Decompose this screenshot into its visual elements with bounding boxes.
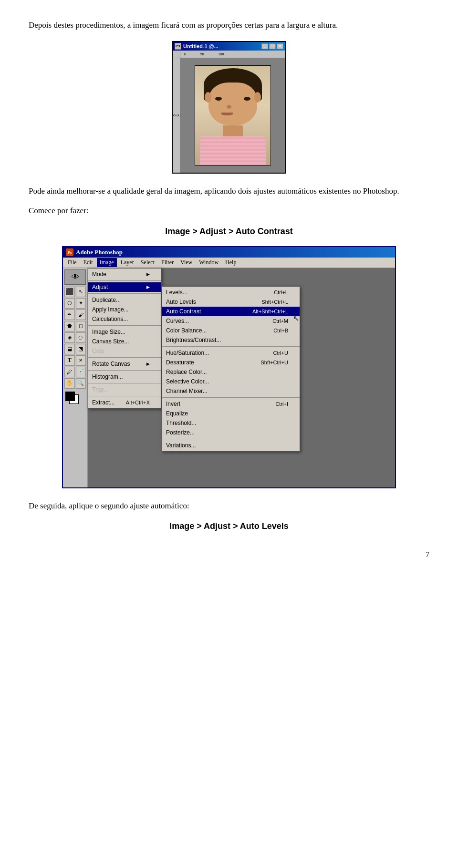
maximize-button[interactable]: □ bbox=[269, 43, 276, 49]
tool-pair-1: ⬛ ↖ bbox=[64, 287, 86, 297]
ps-window: Ps Untitled-1 @... _ □ × 0 50 100 0 bbox=[172, 41, 286, 174]
submenu-desaturate[interactable]: Desaturate Shft+Ctrl+U bbox=[162, 358, 300, 367]
photo-shirt bbox=[200, 136, 266, 165]
tool-magic-wand[interactable]: ✦ bbox=[76, 298, 86, 309]
menu-item-apply-image[interactable]: Apply Image... bbox=[88, 305, 161, 314]
tool-move[interactable]: ↖ bbox=[76, 287, 86, 297]
submenu-channel-mixer[interactable]: Channel Mixer... bbox=[162, 386, 300, 396]
tool-notes[interactable]: 🖊 bbox=[64, 367, 75, 377]
menu-item-rotate-canvas[interactable]: Rotate Canvas ▶ bbox=[88, 359, 161, 369]
photo-eye-left bbox=[215, 97, 222, 101]
submenu-posterize[interactable]: Posterize... bbox=[162, 428, 300, 437]
menu-image[interactable]: Image bbox=[97, 258, 117, 267]
command2-text: Image > Adjust > Auto Levels bbox=[29, 521, 429, 531]
tool-hand[interactable]: ✋ bbox=[64, 378, 75, 389]
tool-brush[interactable]: 🖌 bbox=[76, 310, 86, 320]
tool-eyedropper[interactable]: 💉 bbox=[76, 367, 86, 377]
submenu-auto-contrast[interactable]: Auto Contrast Alt+Shft+Ctrl+L bbox=[162, 307, 300, 316]
menu-select[interactable]: Select bbox=[138, 258, 157, 267]
minimize-button[interactable]: _ bbox=[261, 43, 268, 49]
tool-measure[interactable]: ✕ bbox=[76, 355, 86, 366]
separator-1 bbox=[88, 280, 161, 281]
menu-layer[interactable]: Layer bbox=[118, 258, 137, 267]
tool-pair-7: T ✕ bbox=[64, 355, 86, 366]
intro-paragraph: Depois destes procedimentos, a imagem fi… bbox=[29, 19, 429, 31]
menu-edit[interactable]: Edit bbox=[81, 258, 96, 267]
menu-item-adjust[interactable]: Adjust ▶ bbox=[88, 282, 161, 292]
tool-zoom[interactable]: 🔍 bbox=[76, 378, 86, 389]
ruler-left-0: 0 bbox=[173, 114, 176, 116]
submenu-curves[interactable]: Curves... Ctrl+M bbox=[162, 316, 300, 326]
menu-view[interactable]: View bbox=[177, 258, 195, 267]
submenu-threshold[interactable]: Threshold... bbox=[162, 418, 300, 428]
menu-item-extract[interactable]: Extract... Alt+Ctrl+X bbox=[88, 398, 161, 407]
photo-container: Ps Untitled-1 @... _ □ × 0 50 100 0 bbox=[29, 41, 429, 174]
photo-face bbox=[208, 83, 257, 125]
submenu-hue-saturation[interactable]: Hue/Saturation... Ctrl+U bbox=[162, 348, 300, 358]
tool-pair-4: ⬟ ◻ bbox=[64, 321, 86, 331]
tool-gradient[interactable]: ◈ bbox=[64, 332, 75, 343]
tool-pen[interactable]: ✒ bbox=[64, 310, 75, 320]
menu-item-calculations[interactable]: Calculations... bbox=[88, 314, 161, 324]
menu-file[interactable]: File bbox=[65, 258, 80, 267]
canvas-wrapper: 0 50 100 0 5 10 15 bbox=[173, 51, 285, 173]
photo-eye-right bbox=[244, 97, 250, 101]
tool-dodge[interactable]: ⬓ bbox=[64, 344, 75, 354]
menu-item-histogram[interactable]: Histogram... bbox=[88, 372, 161, 382]
ruler-left-5: 5 bbox=[176, 114, 179, 116]
tool-eye[interactable]: 👁 bbox=[64, 269, 86, 285]
passport-photo bbox=[195, 65, 271, 165]
submenu-sep-1 bbox=[162, 346, 300, 347]
separator-5 bbox=[88, 370, 161, 371]
ps-app-body: 👁 ⬛ ↖ ⬡ ✦ ✒ 🖌 ⬟ ◻ ◈ ◌ ⬓ bbox=[63, 268, 395, 487]
tool-smudge[interactable]: ⬔ bbox=[76, 344, 86, 354]
submenu-brightness-contrast[interactable]: Brightness/Contrast... bbox=[162, 335, 300, 345]
tool-eraser[interactable]: ◻ bbox=[76, 321, 86, 331]
ruler-left: 0 5 10 15 bbox=[173, 58, 180, 173]
tool-pair-9: ✋ 🔍 bbox=[64, 378, 86, 389]
ps-toolbar: 👁 ⬛ ↖ ⬡ ✦ ✒ 🖌 ⬟ ◻ ◈ ◌ ⬓ bbox=[63, 268, 88, 487]
menu-item-duplicate[interactable]: Duplicate... bbox=[88, 295, 161, 305]
submenu-replace-color[interactable]: Replace Color... bbox=[162, 367, 300, 377]
ps-titlebar: Ps Untitled-1 @... _ □ × bbox=[173, 42, 285, 51]
ruler-top: 0 50 100 bbox=[180, 51, 285, 58]
submenu-sep-3 bbox=[162, 439, 300, 439]
separator-3 bbox=[88, 325, 161, 326]
tool-pair-2: ⬡ ✦ bbox=[64, 298, 86, 309]
menu-item-canvas-size[interactable]: Canvas Size... bbox=[88, 337, 161, 346]
tool-blur[interactable]: ◌ bbox=[76, 332, 86, 343]
submenu-auto-levels[interactable]: Auto Levels Shft+Ctrl+L bbox=[162, 297, 300, 307]
menu-help[interactable]: Help bbox=[222, 258, 239, 267]
submenu-levels[interactable]: Levels... Ctrl+L bbox=[162, 288, 300, 297]
submenu-variations[interactable]: Variations... bbox=[162, 441, 300, 450]
tool-crop[interactable]: ⬛ bbox=[64, 287, 75, 297]
menu-item-mode[interactable]: Mode ▶ bbox=[88, 269, 161, 279]
page-number: 7 bbox=[29, 550, 429, 559]
photo-mouth bbox=[221, 113, 233, 115]
close-button[interactable]: × bbox=[277, 43, 283, 49]
submenu-equalize[interactable]: Equalize bbox=[162, 409, 300, 418]
ps-window-title: Untitled-1 @... bbox=[183, 43, 219, 49]
tool-pair-6: ⬓ ⬔ bbox=[64, 344, 86, 354]
separator-2 bbox=[88, 293, 161, 294]
submenu-color-balance[interactable]: Color Balance... Ctrl+B bbox=[162, 326, 300, 335]
menu-window[interactable]: Window bbox=[196, 258, 221, 267]
canvas-row: 0 5 10 15 bbox=[173, 58, 285, 173]
submenu-selective-color[interactable]: Selective Color... bbox=[162, 377, 300, 386]
command1-text: Image > Adjust > Auto Contrast bbox=[29, 227, 429, 237]
image-dropdown-menu: Mode ▶ Adjust ▶ Duplicate... Apply Image… bbox=[88, 268, 162, 409]
cursor-indicator: ↖ bbox=[293, 314, 299, 323]
tool-type[interactable]: T bbox=[64, 355, 75, 366]
foreground-color[interactable] bbox=[65, 392, 75, 401]
menu-filter[interactable]: Filter bbox=[158, 258, 177, 267]
tool-lasso[interactable]: ⬡ bbox=[64, 298, 75, 309]
toolbar-eye-area: 👁 bbox=[64, 269, 86, 285]
ps-app-titlebar: Ps Adobe Photoshop bbox=[63, 247, 395, 258]
ps-app-menubar: File Edit Image Layer Select Filter View… bbox=[63, 258, 395, 268]
menu-item-image-size[interactable]: Image Size... bbox=[88, 327, 161, 337]
tool-pair-8: 🖊 💉 bbox=[64, 367, 86, 377]
photo-ear-right bbox=[254, 92, 261, 103]
ps-app-icon: Ps bbox=[66, 248, 73, 256]
submenu-invert[interactable]: Invert Ctrl+I bbox=[162, 399, 300, 409]
tool-stamp[interactable]: ⬟ bbox=[64, 321, 75, 331]
